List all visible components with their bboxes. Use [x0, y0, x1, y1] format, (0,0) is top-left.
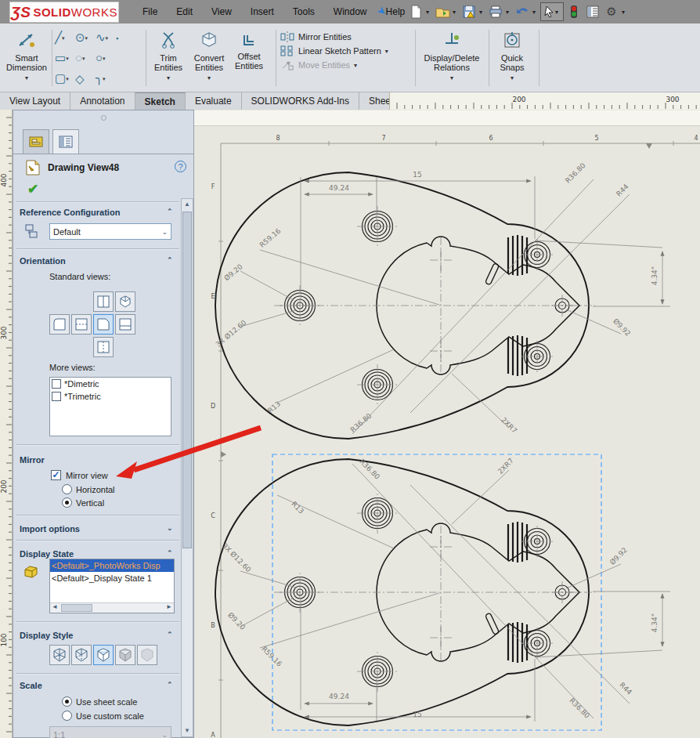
configuration-tab[interactable] — [52, 129, 79, 154]
property-manager-tab[interactable] — [23, 129, 49, 154]
horizontal-ruler[interactable]: 200300 — [389, 92, 700, 110]
more-views-item[interactable]: *Dimetric — [50, 378, 171, 390]
collapse-chevron-icon[interactable]: ⌃ — [167, 455, 173, 463]
view-back-button[interactable] — [71, 314, 92, 335]
hscroll-thumb[interactable] — [61, 604, 92, 612]
settings-gear-icon[interactable]: ⚙ — [603, 3, 620, 20]
menu-insert[interactable]: Insert — [241, 0, 283, 24]
vertical-radio[interactable] — [62, 497, 72, 508]
performance-icon[interactable] — [565, 3, 583, 20]
scale-header[interactable]: Scale — [20, 681, 42, 690]
tab-annotation[interactable]: Annotation — [70, 92, 135, 110]
dimension-label[interactable]: R13 — [290, 500, 305, 516]
view-isometric-button[interactable] — [115, 291, 135, 312]
expand-chevron-icon[interactable]: ⌄ — [167, 524, 173, 532]
rectangle-tool-icon[interactable]: ▭▾ — [55, 53, 75, 63]
trim-dropdown-icon[interactable]: ▾ — [150, 74, 186, 83]
wireframe-style-button[interactable] — [49, 645, 70, 665]
scroll-right-icon[interactable]: ► — [166, 603, 172, 610]
dimension-label[interactable]: R36.80 — [358, 458, 381, 481]
collapse-chevron-icon[interactable]: ⌃ — [167, 256, 173, 264]
dimension-labels-bottom[interactable]: R36.802XR7R133X Ø12.60Ø9.20R59.1649.2415… — [221, 457, 659, 720]
menu-window[interactable]: Window — [324, 0, 377, 24]
display-state-item[interactable]: <Default>_Display State 1 — [50, 572, 174, 584]
horizontal-radio[interactable] — [62, 484, 72, 494]
dimension-label[interactable]: 2XR7 — [500, 416, 518, 435]
tab-sketch[interactable]: Sketch — [135, 92, 186, 110]
select-tool-button[interactable]: ▾ — [540, 2, 564, 21]
settings-dropdown-icon[interactable]: ▾ — [622, 9, 628, 16]
configuration-dropdown[interactable]: Default ⌄ — [49, 223, 171, 240]
mirror-entities-button[interactable]: Mirror Entities — [280, 31, 352, 42]
print-dropdown-icon[interactable]: ▾ — [506, 9, 512, 16]
circle-tool-icon[interactable]: ⊙▾ — [75, 33, 96, 43]
panel-scrollbar-thumb[interactable] — [182, 212, 192, 548]
mirror-header[interactable]: Mirror — [20, 455, 45, 465]
dimension-label[interactable]: 3X Ø12.60 — [221, 542, 253, 574]
options-list-icon[interactable] — [584, 3, 601, 20]
line-tool-icon[interactable]: ╱▾ — [55, 33, 75, 43]
undo-dropdown-icon[interactable]: ▾ — [532, 9, 539, 16]
view-front-button-selected[interactable] — [93, 314, 114, 335]
graphics-viewport[interactable]: 87654 FEDCBA — [194, 110, 700, 738]
dimension-label[interactable]: 4.34° — [651, 613, 659, 633]
polygon-tool-icon[interactable]: ◇ — [75, 74, 96, 84]
tab-view-layout[interactable]: View Layout — [0, 92, 70, 110]
dimension-label[interactable]: 15 — [413, 711, 421, 718]
display-style-header[interactable]: Display Style — [20, 631, 73, 640]
hidden-lines-removed-button[interactable] — [93, 645, 114, 665]
display-state-listbox[interactable]: <Default>_PhotoWorks Disp<Default>_Displ… — [49, 559, 175, 613]
view-right-button[interactable] — [115, 314, 135, 335]
quick-snaps-button[interactable]: Quick Snaps ▾ — [493, 27, 531, 83]
dimension-label[interactable]: 49.24 — [329, 184, 349, 192]
collapse-chevron-icon[interactable]: ⌃ — [167, 681, 173, 689]
dimension-label[interactable]: R36.80 — [349, 411, 373, 433]
relations-dropdown-icon[interactable]: ▾ — [420, 74, 484, 83]
dimension-label[interactable]: R59.16 — [260, 645, 283, 668]
vertical-ruler[interactable]: 400300200100 — [0, 110, 13, 738]
tab-evaluate[interactable]: Evaluate — [186, 92, 242, 110]
dimension-label[interactable]: 3X Ø12.60 — [215, 318, 248, 348]
view-checkbox[interactable] — [52, 379, 61, 389]
ellipse-tool-icon[interactable]: ○▾ — [96, 53, 116, 63]
dimension-label[interactable]: R36.80 — [564, 161, 587, 185]
import-options-header[interactable]: Import options — [20, 524, 80, 534]
drawing-view-bottom[interactable] — [215, 459, 595, 725]
linear-sketch-pattern-button[interactable]: Linear Sketch Pattern ▾ — [280, 45, 388, 56]
panel-scrollbar[interactable]: ▲ ▼ — [181, 198, 193, 737]
dimension-label[interactable]: Ø9.92 — [612, 317, 632, 338]
reference-configuration-header[interactable]: Reference Configuration — [20, 208, 120, 217]
offset-entities-button[interactable]: Offset Entities — [232, 31, 266, 71]
dimension-label[interactable]: 49.24 — [329, 693, 349, 700]
smart-dimension-dropdown-icon[interactable]: ▾ — [3, 74, 50, 83]
view-left-button[interactable] — [49, 314, 70, 335]
dimension-label[interactable]: Ø9.20 — [222, 262, 244, 282]
linear-pattern-dropdown-icon[interactable]: ▾ — [385, 47, 388, 56]
dimension-labels-top[interactable]: 1549.24R36.80R44R59.16Ø9.203X Ø12.60R13R… — [215, 161, 659, 435]
point-tool-icon[interactable]: ▪ — [116, 34, 136, 43]
menu-edit[interactable]: Edit — [167, 0, 202, 24]
more-views-listbox[interactable]: *Dimetric*Trimetric — [49, 377, 171, 436]
scroll-up-icon[interactable]: ▲ — [182, 199, 192, 210]
use-sheet-scale-radio[interactable] — [62, 696, 72, 707]
display-state-header[interactable]: Display State — [20, 549, 74, 559]
fillet-tool-icon[interactable]: ╮▾ — [96, 74, 116, 84]
collapse-chevron-icon[interactable]: ⌃ — [167, 208, 173, 215]
smart-dimension-button[interactable]: Smart Dimension ▾ — [3, 27, 50, 83]
undo-icon[interactable] — [514, 3, 531, 20]
scroll-left-icon[interactable]: ◄ — [52, 603, 58, 610]
print-icon[interactable] — [487, 3, 504, 20]
collapse-chevron-icon[interactable]: ⌃ — [167, 549, 173, 557]
panel-collapse-handle[interactable] — [101, 115, 106, 121]
more-views-item[interactable]: *Trimetric — [50, 390, 171, 403]
dimension-label[interactable]: 2XR7 — [496, 457, 515, 476]
spline-tool-icon[interactable]: ∿▾ — [96, 33, 116, 43]
convert-dropdown-icon[interactable]: ▾ — [189, 74, 229, 83]
dimension-label[interactable]: Ø9.92 — [608, 546, 629, 566]
use-custom-scale-radio[interactable] — [62, 711, 72, 721]
dimension-label[interactable]: 4.34° — [651, 266, 659, 286]
open-doc-dropdown-icon[interactable]: ▾ — [453, 9, 459, 16]
new-doc-dropdown-icon[interactable]: ▾ — [426, 9, 432, 16]
shaded-style-button[interactable] — [137, 645, 157, 665]
tab-solidworks-add-ins[interactable]: SOLIDWORKS Add-Ins — [242, 92, 359, 110]
